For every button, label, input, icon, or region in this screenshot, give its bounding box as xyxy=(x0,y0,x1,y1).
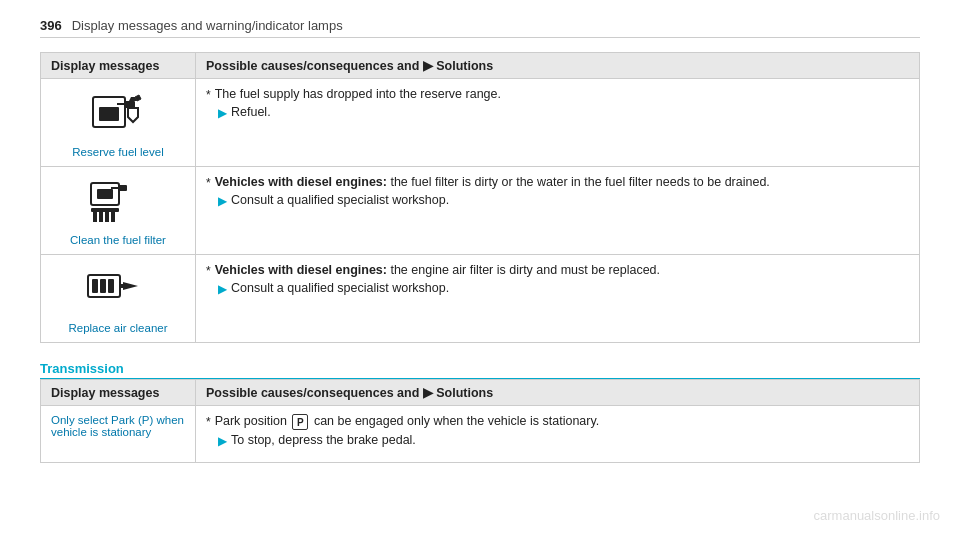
table-row: Only select Park (P) when vehicle is sta… xyxy=(41,406,920,463)
star-line: * Vehicles with diesel engines: the engi… xyxy=(206,263,909,278)
causes-cell-fuel: * The fuel supply has dropped into the r… xyxy=(196,79,920,167)
bullet-item: * Vehicles with diesel engines: the engi… xyxy=(206,263,909,296)
transmission-heading: Transmission xyxy=(40,361,920,379)
svg-rect-8 xyxy=(97,189,113,199)
fuel-label: Reserve fuel level xyxy=(72,146,163,158)
arrow-sym: ▶ xyxy=(218,106,227,120)
fuel-filter-icon xyxy=(83,175,153,230)
svg-rect-9 xyxy=(119,185,127,191)
bold-text: Vehicles with diesel engines: xyxy=(215,175,387,189)
air-label: Replace air cleaner xyxy=(68,322,167,334)
page-number: 396 xyxy=(40,18,62,33)
svg-rect-12 xyxy=(93,212,97,222)
fuel-pump-icon xyxy=(83,87,153,142)
svg-rect-21 xyxy=(120,284,128,288)
transmission-section: Transmission Display messages Possible c… xyxy=(40,361,920,463)
col1-header: Display messages xyxy=(41,53,196,79)
causes-cell-air: * Vehicles with diesel engines: the engi… xyxy=(196,255,920,343)
star-text: Vehicles with diesel engines: the fuel f… xyxy=(215,175,770,189)
icon-container-filter: Clean the fuel filter xyxy=(51,175,185,246)
arrow-text: Consult a qualified specialist workshop. xyxy=(231,281,449,295)
p-badge: P xyxy=(292,414,308,430)
svg-rect-2 xyxy=(125,101,135,108)
filter-label: Clean the fuel filter xyxy=(70,234,166,246)
star-line: * Park position P can be engaged only wh… xyxy=(206,414,909,430)
svg-rect-14 xyxy=(105,212,109,222)
page-header: 396 Display messages and warning/indicat… xyxy=(40,18,920,38)
display-cell-filter: Clean the fuel filter xyxy=(41,167,196,255)
star-sym: * xyxy=(206,88,211,102)
svg-rect-15 xyxy=(111,212,115,222)
star-sym: * xyxy=(206,176,211,190)
watermark: carmanualsonline.info xyxy=(814,508,940,523)
svg-rect-17 xyxy=(92,279,98,293)
page-wrapper: 396 Display messages and warning/indicat… xyxy=(0,0,960,501)
page-title: Display messages and warning/indicator l… xyxy=(72,18,343,33)
col2-header: Possible causes/consequences and ▶ Solut… xyxy=(196,53,920,79)
display-cell-air: Replace air cleaner xyxy=(41,255,196,343)
trans-col2-header: Possible causes/consequences and ▶ Solut… xyxy=(196,380,920,406)
trans-col1-header: Display messages xyxy=(41,380,196,406)
star-line: * Vehicles with diesel engines: the fuel… xyxy=(206,175,909,190)
star-sym: * xyxy=(206,264,211,278)
svg-rect-18 xyxy=(100,279,106,293)
arrow-line: ▶ Refuel. xyxy=(218,105,909,120)
causes-cell-park: * Park position P can be engaged only wh… xyxy=(196,406,920,463)
svg-rect-13 xyxy=(99,212,103,222)
display-cell-park: Only select Park (P) when vehicle is sta… xyxy=(41,406,196,463)
icon-container-air: Replace air cleaner xyxy=(51,263,185,334)
transmission-table: Display messages Possible causes/consequ… xyxy=(40,379,920,463)
star-line: * The fuel supply has dropped into the r… xyxy=(206,87,909,102)
arrow-sym: ▶ xyxy=(218,194,227,208)
star-text: The fuel supply has dropped into the res… xyxy=(215,87,501,101)
arrow-text: Consult a qualified specialist workshop. xyxy=(231,193,449,207)
display-cell-fuel: Reserve fuel level xyxy=(41,79,196,167)
arrow-line: ▶ Consult a qualified specialist worksho… xyxy=(218,193,909,208)
bullet-item: * Park position P can be engaged only wh… xyxy=(206,414,909,448)
park-label: Only select Park (P) when vehicle is sta… xyxy=(51,414,185,438)
icon-container-fuel: Reserve fuel level xyxy=(51,87,185,158)
table-row: Clean the fuel filter * Vehicles with di… xyxy=(41,167,920,255)
main-table: Display messages Possible causes/consequ… xyxy=(40,52,920,343)
svg-rect-11 xyxy=(91,208,119,212)
table-row: Reserve fuel level * The fuel supply has… xyxy=(41,79,920,167)
arrow-text: Refuel. xyxy=(231,105,271,119)
bold-text: Vehicles with diesel engines: xyxy=(215,263,387,277)
star-text: Vehicles with diesel engines: the engine… xyxy=(215,263,660,277)
svg-rect-19 xyxy=(108,279,114,293)
causes-cell-filter: * Vehicles with diesel engines: the fuel… xyxy=(196,167,920,255)
table-row: Replace air cleaner * Vehicles with dies… xyxy=(41,255,920,343)
arrow-line: ▶ To stop, depress the brake pedal. xyxy=(218,433,909,448)
bullet-item: * Vehicles with diesel engines: the fuel… xyxy=(206,175,909,208)
svg-rect-1 xyxy=(99,107,119,121)
svg-marker-4 xyxy=(128,108,138,122)
arrow-line: ▶ Consult a qualified specialist worksho… xyxy=(218,281,909,296)
arrow-text: To stop, depress the brake pedal. xyxy=(231,433,416,447)
star-sym: * xyxy=(206,415,211,429)
arrow-sym: ▶ xyxy=(218,434,227,448)
arrow-sym: ▶ xyxy=(218,282,227,296)
bullet-item: * The fuel supply has dropped into the r… xyxy=(206,87,909,120)
air-cleaner-icon xyxy=(83,263,153,318)
star-text: Park position P can be engaged only when… xyxy=(215,414,600,430)
